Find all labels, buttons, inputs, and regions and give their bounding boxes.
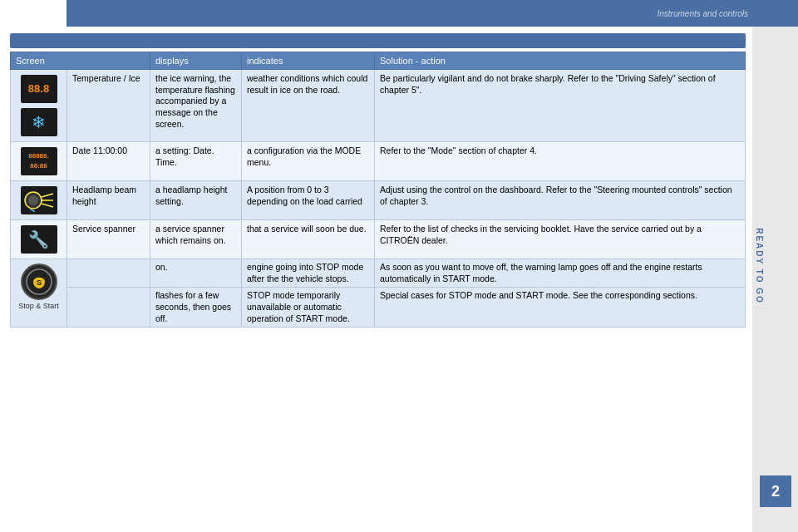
solution-cell-temperature: Be particularly vigilant and do not brak… bbox=[375, 70, 746, 142]
stopstart-indicates-2: STOP mode temporarily unavailable or aut… bbox=[247, 290, 350, 323]
header-title: Instruments and controls bbox=[658, 9, 749, 18]
headlamp-icon bbox=[21, 186, 57, 214]
temperature-solution: Be particularly vigilant and do not brak… bbox=[380, 73, 716, 95]
screen-cell-spanner: 🔧 bbox=[11, 220, 67, 259]
temperature-displays: the ice warning, the temperature flashin… bbox=[155, 73, 235, 129]
date-indicates: a configuration via the MODE menu. bbox=[247, 145, 361, 167]
displays-cell-spanner: a service spanner which remains on. bbox=[150, 220, 242, 259]
label-cell-spanner: Service spanner bbox=[67, 220, 150, 259]
displays-cell-headlamp: a headlamp height setting. bbox=[150, 181, 242, 220]
indicates-cell-temperature: weather conditions which could result in… bbox=[242, 70, 375, 142]
displays-cell-temperature: the ice warning, the temperature flashin… bbox=[150, 70, 242, 142]
svg-line-2 bbox=[42, 194, 53, 197]
temperature-label: Temperature / Ice bbox=[72, 73, 140, 83]
label-cell-date: Date 11:00:00 bbox=[67, 142, 150, 181]
stopstart-label: Stop & Start bbox=[16, 302, 62, 312]
headlamp-label: Headlamp beam height bbox=[72, 185, 136, 206]
snowflake-icon: ❄ bbox=[21, 108, 57, 136]
spanner-solution: Refer to the list of checks in the servi… bbox=[380, 224, 702, 245]
displays-cell-date: a setting: Date. Time. bbox=[150, 142, 242, 181]
spanner-displays: a service spanner which remains on. bbox=[155, 224, 226, 245]
date-solution: Refer to the "Mode" section of chapter 4… bbox=[380, 145, 537, 155]
label-cell-stopstart-2 bbox=[67, 288, 150, 328]
table-row: flashes for a few seconds, then goes off… bbox=[11, 288, 746, 328]
stopstart-solution-2: Special cases for STOP mode and START mo… bbox=[380, 290, 697, 300]
displays-cell-stopstart-2: flashes for a few seconds, then goes off… bbox=[150, 288, 242, 328]
section-header-bar bbox=[10, 33, 746, 48]
stopstart-displays-2: flashes for a few seconds, then goes off… bbox=[155, 290, 231, 323]
table-header-row: Screen displays indicates Solution - act… bbox=[11, 52, 746, 70]
screen-cell-date: 88888. 88:88 bbox=[11, 142, 67, 181]
col-solution: Solution - action bbox=[375, 52, 746, 70]
indicates-cell-stopstart-1: engine going into STOP mode after the th… bbox=[242, 259, 375, 288]
temperature-indicates: weather conditions which could result in… bbox=[247, 73, 367, 95]
displays-cell-stopstart-1: on. bbox=[150, 259, 242, 288]
top-header: Instruments and controls bbox=[66, 0, 798, 27]
stopstart-displays-1: on. bbox=[155, 262, 168, 272]
col-indicates: indicates bbox=[242, 52, 375, 70]
sidebar-chapter-number: 2 bbox=[760, 475, 791, 507]
indicates-cell-spanner: that a service will soon be due. bbox=[242, 220, 375, 259]
sidebar-top-blue bbox=[752, 0, 798, 27]
svg-point-1 bbox=[28, 195, 38, 205]
table-row: 88.8 ❄ Temperature / Ice the ice warning… bbox=[11, 70, 746, 142]
solution-cell-headlamp: Adjust using the control on the dashboar… bbox=[375, 181, 746, 220]
date-displays: a setting: Date. Time. bbox=[155, 145, 214, 167]
table-row: S Stop & Start on. engine going into STO… bbox=[11, 259, 746, 288]
main-table: Screen displays indicates Solution - act… bbox=[10, 52, 746, 328]
label-cell-stopstart-1 bbox=[67, 259, 150, 288]
headlamp-indicates: A position from 0 to 3 depending on the … bbox=[247, 185, 362, 206]
date-label: Date 11:00:00 bbox=[72, 145, 127, 155]
stop-start-icon: S bbox=[21, 264, 57, 300]
sidebar-chapter-label: READY TO GO bbox=[756, 228, 765, 304]
label-cell-headlamp: Headlamp beam height bbox=[67, 181, 150, 220]
right-sidebar: READY TO GO 2 bbox=[752, 0, 798, 532]
solution-cell-date: Refer to the "Mode" section of chapter 4… bbox=[375, 142, 746, 181]
svg-line-4 bbox=[42, 204, 53, 207]
solution-cell-spanner: Refer to the list of checks in the servi… bbox=[375, 220, 746, 259]
svg-text:S: S bbox=[36, 278, 41, 287]
indicates-cell-date: a configuration via the MODE menu. bbox=[242, 142, 375, 181]
spanner-icon: 🔧 bbox=[21, 225, 57, 254]
table-row: Headlamp beam height a headlamp height s… bbox=[11, 181, 746, 220]
spanner-label: Service spanner bbox=[72, 224, 135, 234]
indicates-cell-headlamp: A position from 0 to 3 depending on the … bbox=[242, 181, 375, 220]
date-icon: 88888. 88:88 bbox=[21, 147, 57, 175]
table-row: 🔧 Service spanner a service spanner whic… bbox=[11, 220, 746, 259]
spanner-indicates: that a service will soon be due. bbox=[247, 224, 367, 234]
headlamp-displays: a headlamp height setting. bbox=[155, 185, 227, 206]
screen-cell-temperature: 88.8 ❄ bbox=[11, 70, 67, 142]
solution-cell-stopstart-2: Special cases for STOP mode and START mo… bbox=[375, 288, 746, 328]
col-displays: displays bbox=[150, 52, 242, 70]
label-cell-temperature: Temperature / Ice bbox=[67, 70, 150, 142]
temperature-display-icon: 88.8 bbox=[21, 75, 57, 103]
col-screen: Screen bbox=[11, 52, 150, 70]
stopstart-solution-1: As soon as you want to move off, the war… bbox=[380, 262, 702, 283]
stopstart-indicates-1: engine going into STOP mode after the th… bbox=[247, 262, 363, 283]
screen-cell-stopstart: S Stop & Start bbox=[11, 259, 67, 328]
table-row: 88888. 88:88 Date 11:00:00 a setting: Da… bbox=[11, 142, 746, 181]
screen-cell-headlamp bbox=[11, 181, 67, 220]
temp-icons-group: 88.8 ❄ bbox=[16, 73, 62, 138]
indicates-cell-stopstart-2: STOP mode temporarily unavailable or aut… bbox=[242, 288, 375, 328]
headlamp-solution: Adjust using the control on the dashboar… bbox=[380, 185, 732, 206]
solution-cell-stopstart-1: As soon as you want to move off, the war… bbox=[375, 259, 746, 288]
main-content: Screen displays indicates Solution - act… bbox=[0, 27, 752, 532]
